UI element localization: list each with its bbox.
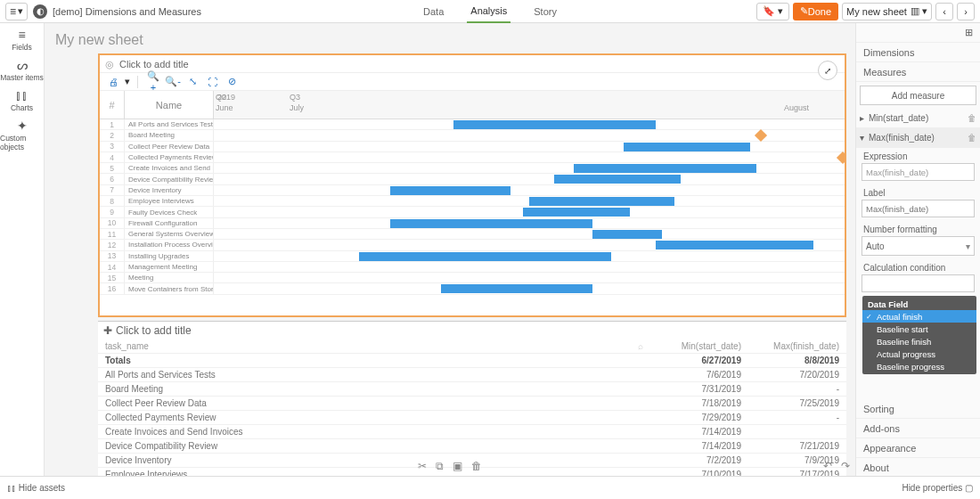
tab-data[interactable]: Data <box>420 0 447 23</box>
redo-icon[interactable]: ↷ <box>841 460 850 472</box>
app-icon: ◐ <box>33 4 47 19</box>
done-button[interactable]: ✎ Done <box>793 3 838 20</box>
section-sorting[interactable]: Sorting <box>856 399 980 419</box>
gantt-row[interactable]: 9Faulty Devices Check <box>100 207 845 217</box>
table-row[interactable]: Board Meeting7/31/2019- <box>98 382 846 397</box>
col-min[interactable]: Min(start_date) <box>650 339 748 354</box>
rail-fields[interactable]: ≡Fields <box>12 29 32 52</box>
gantt-row[interactable]: 4Collected Payments Review <box>100 152 845 163</box>
gear-icon <box>105 59 116 70</box>
gantt-row[interactable]: 6Device Compatibility Review <box>100 174 845 184</box>
add-measure-button[interactable]: Add measure <box>860 86 976 105</box>
topbar: ≡▾ ◐ [demo] Dimensions and Measures Data… <box>0 0 980 23</box>
dropdown-item[interactable]: Baseline progress <box>862 360 976 372</box>
col-task[interactable]: task_name ⌕ <box>98 339 650 354</box>
gantt-row[interactable]: 10Firewall Configuration <box>100 218 845 229</box>
collapse-icon[interactable]: ⊘ <box>224 76 240 87</box>
gantt-row[interactable]: 8Employee Interviews <box>100 196 845 207</box>
table-row[interactable]: All Ports and Services Tests7/6/20197/20… <box>98 368 846 382</box>
gantt-row[interactable]: 2Board Meeting <box>100 130 845 141</box>
gantt-row[interactable]: 7Device Inventory <box>100 185 845 196</box>
rail-master-items[interactable]: ᔕMaster items <box>0 59 44 82</box>
expand-all-icon[interactable]: ⛶ <box>204 77 220 87</box>
undo-icon[interactable]: ↶ <box>823 460 832 472</box>
cut-icon[interactable]: ✂ <box>418 460 427 472</box>
canvas-toolbar: ✂ ⧉ ▣ 🗑 <box>418 460 482 472</box>
data-table: task_name ⌕ Min(start_date) Max(finish_d… <box>98 339 846 476</box>
delete-icon[interactable]: 🗑 <box>968 113 976 123</box>
number-format-select[interactable]: Auto▾ <box>862 236 975 256</box>
expression-input[interactable]: fx <box>862 163 975 181</box>
left-rail: ≡FieldsᔕMaster items⫿⫿Charts✦Custom obje… <box>0 23 45 476</box>
calc-cond-input[interactable]: fx <box>862 274 975 292</box>
paste-icon[interactable]: ▣ <box>453 460 462 472</box>
panel-table-icon[interactable]: ⊞ <box>856 23 980 43</box>
data-field-dropdown[interactable]: Data FieldActual finishBaseline startBas… <box>862 296 976 374</box>
calc-cond-label: Calculation condition <box>856 259 980 274</box>
zoom-out-icon[interactable]: 🔍- <box>165 76 181 87</box>
gantt-row[interactable]: 16Move Containers from Storage Facility <box>100 283 845 294</box>
table-row[interactable]: Collect Peer Review Data7/18/20197/25/20… <box>98 397 846 411</box>
canvas: My new sheet ⤢ Click to add title 🖨▾ 🔍+ … <box>45 23 855 476</box>
sheet-selector[interactable]: My new sheet ▥ ▾ <box>842 3 932 20</box>
col-max[interactable]: Max(finish_date) <box>748 339 846 354</box>
table-row[interactable]: Device Compatibility Review7/14/20197/21… <box>98 439 846 454</box>
gantt-chart-card[interactable]: ⤢ Click to add title 🖨▾ 🔍+ 🔍- ⤡ ⛶ ⊘ # Na… <box>98 53 846 317</box>
next-sheet[interactable]: › <box>957 3 975 20</box>
table-row[interactable]: Create Invoices and Send Invoices7/14/20… <box>98 425 846 439</box>
dropdown-item[interactable]: Baseline start <box>862 323 976 335</box>
label-input[interactable]: fx <box>862 200 975 217</box>
rail-custom-objects[interactable]: ✦Custom objects <box>0 119 44 151</box>
section-about[interactable]: About <box>856 458 980 476</box>
hide-properties-link[interactable]: Hide properties <box>902 483 962 493</box>
data-table-card[interactable]: ✚ Click to add title task_name ⌕ Min(sta… <box>98 321 846 476</box>
tab-measures[interactable]: Measures <box>856 62 980 82</box>
hide-assets-link[interactable]: Hide assets <box>19 483 65 493</box>
tab-story[interactable]: Story <box>530 0 560 23</box>
section-addons[interactable]: Add-ons <box>856 419 980 438</box>
fit-icon[interactable]: ⤡ <box>184 76 200 87</box>
gantt-row[interactable]: 13Installing Upgrades <box>100 251 845 262</box>
gantt-row[interactable]: 15Meeting <box>100 273 845 283</box>
gantt-timeline-header: 2019 Q2 Q3 June July August <box>214 91 845 119</box>
gantt-col-index: # <box>100 91 125 119</box>
label-label: Label <box>856 184 980 200</box>
measure-max-finish[interactable]: ▾Max(finish_date)🗑 <box>856 128 980 148</box>
gantt-area: # Name 2019 Q2 Q3 June July August 1All … <box>100 91 845 315</box>
expand-icon[interactable]: ⤢ <box>818 61 837 80</box>
chart-title-bar[interactable]: Click to add title <box>100 55 845 73</box>
chart-toolbar: 🖨▾ 🔍+ 🔍- ⤡ ⛶ ⊘ <box>100 73 845 91</box>
bookmark-button[interactable]: 🔖 ▾ <box>756 3 789 20</box>
gantt-row[interactable]: 12Installation Process Overview <box>100 240 845 250</box>
zoom-in-icon[interactable]: 🔍+ <box>145 70 161 93</box>
table-title-bar[interactable]: ✚ Click to add title <box>98 322 846 339</box>
section-appearance[interactable]: Appearance <box>856 438 980 458</box>
number-format-label: Number formatting <box>856 221 980 236</box>
gantt-row[interactable]: 14Management Meeting <box>100 262 845 273</box>
copy-icon[interactable]: ⧉ <box>436 460 444 472</box>
gantt-row[interactable]: 5Create Invoices and Send Invoices <box>100 163 845 174</box>
assets-icon: ⫿⫿ <box>7 483 16 493</box>
right-panel: ⊞ Dimensions Measures Add measure ▸Min(s… <box>855 23 980 476</box>
gantt-col-name: Name <box>125 91 214 119</box>
delete-icon[interactable]: 🗑 <box>471 460 482 472</box>
app-menu[interactable]: ≡▾ <box>5 3 28 20</box>
top-tabs: Data Analysis Story <box>420 0 560 23</box>
tab-analysis[interactable]: Analysis <box>467 0 510 23</box>
dropdown-item[interactable]: Baseline finish <box>862 335 976 348</box>
tab-dimensions[interactable]: Dimensions <box>856 43 980 62</box>
gantt-row[interactable]: 3Collect Peer Review Data <box>100 142 845 152</box>
gantt-row[interactable]: 1All Ports and Services Tests <box>100 119 845 130</box>
delete-icon[interactable]: 🗑 <box>968 133 976 143</box>
prev-sheet[interactable]: ‹ <box>935 3 953 20</box>
dropdown-item[interactable]: Actual finish <box>862 310 976 323</box>
dropdown-item[interactable]: Actual progress <box>862 348 976 360</box>
print-icon[interactable]: 🖨 <box>105 77 121 87</box>
gantt-row[interactable]: 11General Systems Overview <box>100 229 845 240</box>
measure-min-start[interactable]: ▸Min(start_date)🗑 <box>856 109 980 128</box>
sheet-title[interactable]: My new sheet <box>45 23 855 48</box>
table-row[interactable]: Collected Payments Review7/29/2019- <box>98 411 846 425</box>
rail-charts[interactable]: ⫿⫿Charts <box>11 89 33 112</box>
status-bar: ⫿⫿ Hide assets Hide properties ▢ <box>0 476 980 499</box>
file-title: [demo] Dimensions and Measures <box>53 6 201 17</box>
